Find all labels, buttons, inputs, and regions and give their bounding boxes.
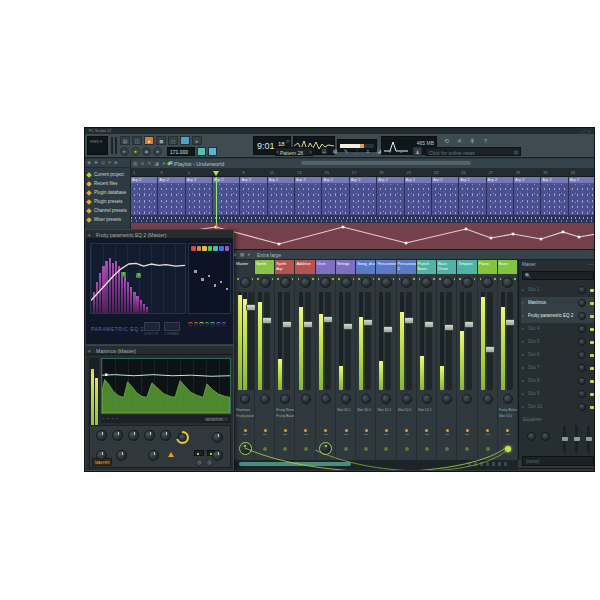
- slot-arrow-icon[interactable]: ▸: [522, 352, 524, 357]
- slot-mix-knob[interactable]: [578, 299, 586, 307]
- fader-handle[interactable]: [464, 321, 474, 328]
- pan-knob[interactable]: [502, 277, 513, 288]
- mixer-titlebar-dots[interactable]: ⋮: [588, 252, 592, 257]
- close-icon[interactable]: ✕: [454, 137, 465, 146]
- send-knob-small[interactable]: [384, 447, 388, 451]
- maximus-round-button-2[interactable]: [206, 459, 213, 466]
- browser-item[interactable]: Recent files: [85, 179, 131, 188]
- stereo-sep-knob[interactable]: [321, 394, 331, 404]
- slot-enable-led[interactable]: [590, 354, 594, 358]
- stereo-sep-knob[interactable]: [260, 394, 270, 404]
- browser-item[interactable]: Channel presets: [85, 206, 131, 215]
- eq-mini-knob[interactable]: [205, 322, 210, 327]
- eq-compare-button[interactable]: [164, 322, 180, 331]
- mute-led[interactable]: [466, 429, 469, 432]
- slide-icon[interactable]: ▾: [385, 147, 395, 156]
- eq-display[interactable]: 25: [90, 243, 186, 314]
- pan-knob[interactable]: [260, 277, 271, 288]
- fader-handle[interactable]: [282, 321, 292, 328]
- slot-mix-knob[interactable]: [578, 338, 586, 346]
- channel-header[interactable]: Orch: [316, 260, 335, 274]
- main-pitch-slider[interactable]: [115, 137, 117, 154]
- slot-mix-knob[interactable]: [578, 312, 586, 320]
- mixer-icon[interactable]: ≡: [363, 147, 373, 156]
- fader-handle[interactable]: [424, 321, 434, 328]
- eq-handle[interactable]: [201, 278, 204, 281]
- fader-track[interactable]: [264, 292, 270, 390]
- slot-mix-knob[interactable]: [578, 403, 586, 411]
- maximus-knob[interactable]: [148, 450, 159, 461]
- eq-mini-knob[interactable]: [199, 322, 204, 327]
- mute-led[interactable]: [506, 429, 509, 432]
- slot-enable-led[interactable]: [590, 302, 594, 306]
- pan-knob[interactable]: [361, 277, 372, 288]
- rack-slot[interactable]: ▸Maximus: [521, 297, 595, 310]
- rack-search-box[interactable]: 🔍: [522, 271, 594, 280]
- maximus-knob[interactable]: [112, 430, 123, 441]
- slot-enable-led[interactable]: [590, 328, 594, 332]
- stereo-sep-knob[interactable]: [381, 394, 391, 404]
- stereo-sep-knob[interactable]: [503, 394, 513, 404]
- rack-output-box[interactable]: (none): [522, 456, 594, 466]
- fader-track[interactable]: [385, 292, 391, 390]
- eq-handle[interactable]: [220, 281, 223, 284]
- eq-curve[interactable]: [91, 244, 185, 313]
- channel-header[interactable]: Synth Arp: [275, 260, 294, 274]
- eq-band-chip[interactable]: [213, 246, 218, 251]
- browser-item[interactable]: Plugin database: [85, 188, 131, 197]
- mute-led[interactable]: [304, 429, 307, 432]
- slot-enable-led[interactable]: [590, 341, 594, 345]
- pan-knob[interactable]: [300, 277, 311, 288]
- slot-mix-knob[interactable]: [578, 377, 586, 385]
- rack-eq-knob-2[interactable]: [541, 432, 550, 441]
- maximus-knob[interactable]: [128, 430, 139, 441]
- mute-led[interactable]: [284, 429, 287, 432]
- playlist-clip[interactable]: Arp 2: [240, 177, 267, 215]
- pan-knob[interactable]: [341, 277, 352, 288]
- mixer-channel-strip[interactable]: Piano: [478, 260, 498, 460]
- song-mode[interactable]: ▸: [120, 147, 129, 156]
- maximus-knob[interactable]: [96, 450, 107, 461]
- play[interactable]: ●: [131, 147, 140, 156]
- eq-band-chip[interactable]: [225, 246, 230, 251]
- stereo-sep-knob[interactable]: [402, 394, 412, 404]
- playlist-clip[interactable]: Arp 2: [487, 177, 514, 215]
- mute-led[interactable]: [345, 429, 348, 432]
- browser-icon[interactable]: ⋮: [352, 147, 362, 156]
- main-volume-slider[interactable]: [111, 137, 113, 154]
- fader-handle[interactable]: [404, 317, 414, 324]
- eq-band-chip[interactable]: [202, 246, 207, 251]
- eq-monitor-button[interactable]: [144, 322, 160, 331]
- eq-menu-icon[interactable]: ▾: [88, 231, 91, 239]
- send-knob-small[interactable]: [263, 447, 267, 451]
- user-account-icon[interactable]: ♟: [413, 147, 422, 156]
- maximus-knob[interactable]: [144, 430, 155, 441]
- playlist-clip[interactable]: Arp 2: [432, 177, 459, 215]
- slot-arrow-icon[interactable]: ▸: [522, 300, 524, 305]
- channel-header[interactable]: Master: [235, 260, 254, 274]
- channel-header[interactable]: Punch Bass: [417, 260, 436, 274]
- fader-track[interactable]: [487, 292, 493, 390]
- mixer-channel-strip[interactable]: Orch: [316, 260, 336, 460]
- slot-enable-led[interactable]: [590, 289, 594, 293]
- stereo-sep-knob[interactable]: [301, 394, 311, 404]
- slot-mix-knob[interactable]: [578, 325, 586, 333]
- fader-handle[interactable]: [505, 319, 515, 326]
- slot-enable-led[interactable]: [590, 315, 594, 319]
- browser-item[interactable]: Current project: [85, 170, 131, 179]
- stop[interactable]: ■: [142, 147, 151, 156]
- typing-to-piano-button[interactable]: [180, 136, 190, 145]
- send-knob-small[interactable]: [465, 447, 469, 451]
- pan-knob[interactable]: [320, 277, 331, 288]
- playlist-h-scrollbar[interactable]: [301, 161, 471, 165]
- eq-mini-knob[interactable]: [210, 322, 215, 327]
- playlist-clip[interactable]: Arp 2: [158, 177, 185, 215]
- slot-arrow-icon[interactable]: ▸: [522, 391, 524, 396]
- playlist-clip[interactable]: Arp 2: [569, 177, 595, 215]
- fader-handle[interactable]: [343, 323, 353, 330]
- playlist-clip[interactable]: Arp 2: [322, 177, 349, 215]
- playlist-icon[interactable]: ▤: [319, 147, 329, 156]
- rack-slot[interactable]: ▸Slot 1: [521, 284, 595, 297]
- maximus-monitor-box[interactable]: MONITOR: [203, 416, 229, 422]
- pan-knob[interactable]: [381, 277, 392, 288]
